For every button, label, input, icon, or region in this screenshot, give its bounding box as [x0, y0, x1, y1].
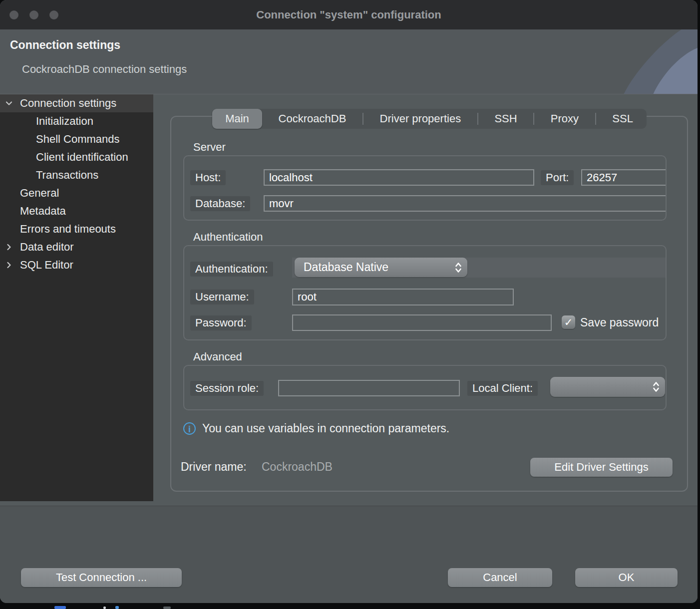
username-label: Username:	[190, 290, 254, 304]
cancel-button[interactable]: Cancel	[448, 568, 552, 587]
sidebar-item-sql-editor[interactable]: SQL Editor	[0, 256, 153, 274]
sidebar-item-label: Data editor	[0, 238, 153, 256]
save-password-label: Save password	[580, 315, 666, 329]
sidebar-item-label: Metadata	[0, 202, 153, 220]
username-input[interactable]	[292, 289, 514, 305]
sidebar-item-client-identification[interactable]: Client identification	[0, 148, 153, 166]
sidebar-item-label: Client identification	[0, 148, 153, 166]
chevron-down-icon[interactable]	[5, 99, 13, 107]
info-row: i You can use variables in connection pa…	[183, 422, 449, 435]
password-input[interactable]	[292, 314, 552, 331]
host-input[interactable]	[264, 169, 534, 186]
tab-proxy[interactable]: Proxy	[537, 109, 592, 129]
tab-ssh[interactable]: SSH	[481, 109, 530, 129]
dock-icon-speck	[54, 606, 66, 609]
port-input[interactable]	[581, 169, 667, 186]
session-role-label: Session role:	[190, 381, 264, 396]
sidebar-item-label: General	[0, 184, 153, 202]
sidebar-item-label: Shell Commands	[0, 130, 153, 148]
select-updown-chevrons-icon	[653, 381, 660, 393]
page-title: Connection settings	[10, 38, 120, 52]
dock-icon-speck	[115, 606, 119, 609]
sidebar-item-errors-and-timeouts[interactable]: Errors and timeouts	[0, 220, 153, 238]
sidebar-item-metadata[interactable]: Metadata	[0, 202, 153, 220]
tab-cockroachdb[interactable]: CockroachDB	[265, 109, 360, 129]
info-icon: i	[183, 422, 196, 435]
chevron-right-icon[interactable]	[5, 243, 13, 251]
authentication-label: Authentication:	[190, 262, 273, 277]
driver-name-label: Driver name:	[181, 460, 247, 474]
sidebar-item-label: Errors and timeouts	[0, 220, 153, 238]
session-role-input[interactable]	[278, 380, 460, 396]
sidebar-item-label: Connection settings	[0, 94, 153, 112]
sidebar-item-data-editor[interactable]: Data editor	[0, 238, 153, 256]
dialog-footer: Test Connection ... Cancel OK	[0, 506, 698, 603]
ok-button[interactable]: OK	[575, 568, 678, 587]
tab-ssl[interactable]: SSL	[599, 109, 647, 129]
sidebar-item-shell-commands[interactable]: Shell Commands	[0, 130, 153, 148]
sidebar-item-general[interactable]: General	[0, 184, 153, 202]
driver-row: Driver name: CockroachDB Edit Driver Set…	[181, 458, 680, 477]
sidebar-item-initialization[interactable]: Initialization	[0, 112, 153, 130]
authentication-group-caption: Authentication	[193, 231, 263, 244]
decorative-swoosh	[618, 29, 698, 94]
checkbox-check-icon: ✓	[564, 316, 573, 328]
main-tab-panel: Server Host: Port: Database: Authenticat…	[170, 116, 688, 492]
edit-driver-settings-button[interactable]: Edit Driver Settings	[530, 458, 673, 477]
tab-separator	[477, 113, 478, 125]
window-title: Connection "system" configuration	[0, 0, 698, 29]
sidebar-item-connection-settings[interactable]: Connection settings	[0, 94, 153, 112]
dialog-window: Connection "system" configuration Connec…	[0, 0, 698, 603]
settings-tree: Connection settingsInitializationShell C…	[0, 94, 153, 501]
driver-name-value: CockroachDB	[262, 460, 333, 474]
info-text: You can use variables in connection para…	[202, 422, 449, 435]
tab-separator	[595, 113, 596, 125]
chevron-right-icon[interactable]	[5, 261, 13, 269]
advanced-group: Session role: Local Client:	[183, 365, 667, 410]
port-label: Port:	[541, 170, 574, 185]
authentication-selected-value: Database Native	[304, 258, 388, 277]
host-label: Host:	[190, 170, 226, 185]
tab-separator	[362, 113, 363, 125]
test-connection-button[interactable]: Test Connection ...	[21, 568, 182, 587]
dialog-header: Connection settings CockroachDB connecti…	[0, 29, 698, 94]
advanced-group-caption: Advanced	[193, 350, 242, 363]
authentication-select[interactable]: Database Native	[295, 258, 467, 277]
title-bar: Connection "system" configuration	[0, 0, 698, 29]
screen: Connection "system" configuration Connec…	[0, 0, 700, 609]
server-group: Host: Port: Database:	[183, 155, 667, 221]
select-updown-chevrons-icon	[455, 262, 462, 274]
password-label: Password:	[190, 315, 252, 330]
sidebar-item-label: Transactions	[0, 166, 153, 184]
sidebar-item-transactions[interactable]: Transactions	[0, 166, 153, 184]
tab-separator	[533, 113, 534, 125]
sidebar-item-label: Initialization	[0, 112, 153, 130]
local-client-label: Local Client:	[467, 381, 538, 396]
database-input[interactable]	[264, 195, 667, 212]
dock-icon-speck	[163, 607, 171, 609]
database-label: Database:	[190, 196, 250, 211]
tab-main[interactable]: Main	[212, 109, 262, 129]
tab-bar: MainCockroachDBDriver propertiesSSHProxy…	[212, 109, 647, 129]
authentication-group: Authentication: Database Native Username…	[183, 245, 667, 340]
dock-icon-speck	[103, 607, 106, 609]
save-password-checkbox[interactable]: ✓	[562, 315, 575, 329]
tab-driver-properties[interactable]: Driver properties	[366, 109, 475, 129]
local-client-select[interactable]	[550, 377, 665, 397]
page-subtitle: CockroachDB connection settings	[22, 63, 187, 76]
sidebar-item-label: SQL Editor	[0, 256, 153, 274]
server-group-caption: Server	[193, 141, 226, 154]
